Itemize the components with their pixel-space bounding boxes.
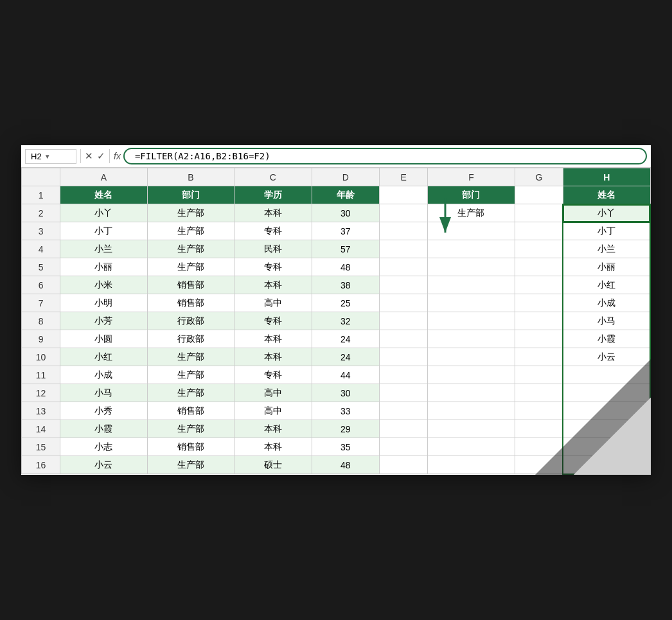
cell-E3[interactable] (379, 222, 427, 240)
cell-B13[interactable]: 销售部 (147, 402, 234, 420)
cell-F16[interactable] (428, 456, 515, 474)
col-header-B[interactable]: B (147, 168, 234, 186)
cell-C7[interactable]: 高中 (234, 294, 312, 312)
cell-C9[interactable]: 本科 (234, 330, 312, 348)
cell-B14[interactable]: 生产部 (147, 420, 234, 438)
cell-A15[interactable]: 小志 (60, 438, 147, 456)
col-header-H[interactable]: H (563, 168, 650, 186)
cell-F6[interactable] (428, 276, 515, 294)
cell-B9[interactable]: 行政部 (147, 330, 234, 348)
cell-C15[interactable]: 本科 (234, 438, 312, 456)
cell-C16[interactable]: 硕士 (234, 456, 312, 474)
cell-F14[interactable] (428, 420, 515, 438)
cell-F13[interactable] (428, 402, 515, 420)
cell-H7[interactable]: 小成 (563, 294, 650, 312)
cell-E4[interactable] (379, 240, 427, 258)
cell-B5[interactable]: 生产部 (147, 258, 234, 276)
cell-D3[interactable]: 37 (312, 222, 379, 240)
cell-G1[interactable] (515, 186, 563, 204)
cell-A10[interactable]: 小红 (60, 348, 147, 366)
cell-B7[interactable]: 销售部 (147, 294, 234, 312)
cell-E15[interactable] (379, 438, 427, 456)
cell-H2[interactable]: 小丫 (563, 204, 650, 222)
cell-G13[interactable] (515, 402, 563, 420)
cell-G3[interactable] (515, 222, 563, 240)
cell-H16[interactable] (563, 456, 650, 474)
cell-H10[interactable]: 小云 (563, 348, 650, 366)
cell-H9[interactable]: 小霞 (563, 330, 650, 348)
cell-F1[interactable]: 部门 (428, 186, 515, 204)
cell-F7[interactable] (428, 294, 515, 312)
cell-F11[interactable] (428, 366, 515, 384)
cell-E16[interactable] (379, 456, 427, 474)
cell-D7[interactable]: 25 (312, 294, 379, 312)
cell-H8[interactable]: 小马 (563, 312, 650, 330)
cell-G15[interactable] (515, 438, 563, 456)
cell-E6[interactable] (379, 276, 427, 294)
cell-H5[interactable]: 小丽 (563, 258, 650, 276)
cell-A4[interactable]: 小兰 (60, 240, 147, 258)
col-header-D[interactable]: D (312, 168, 379, 186)
cell-D14[interactable]: 29 (312, 420, 379, 438)
cell-B16[interactable]: 生产部 (147, 456, 234, 474)
cell-G10[interactable] (515, 348, 563, 366)
cell-F12[interactable] (428, 384, 515, 402)
cell-H1[interactable]: 姓名 (563, 186, 650, 204)
col-header-G[interactable]: G (515, 168, 563, 186)
cancel-icon[interactable]: ✕ (85, 150, 93, 162)
cell-C11[interactable]: 专科 (234, 366, 312, 384)
cell-B3[interactable]: 生产部 (147, 222, 234, 240)
cell-E5[interactable] (379, 258, 427, 276)
cell-A2[interactable]: 小丫 (60, 204, 147, 222)
cell-A1[interactable]: 姓名 (60, 186, 147, 204)
cell-D10[interactable]: 24 (312, 348, 379, 366)
cell-E14[interactable] (379, 420, 427, 438)
cell-B10[interactable]: 生产部 (147, 348, 234, 366)
cell-D15[interactable]: 35 (312, 438, 379, 456)
cell-D13[interactable]: 33 (312, 402, 379, 420)
cell-A9[interactable]: 小圆 (60, 330, 147, 348)
cell-G6[interactable] (515, 276, 563, 294)
cell-A16[interactable]: 小云 (60, 456, 147, 474)
cell-D4[interactable]: 57 (312, 240, 379, 258)
cell-C13[interactable]: 高中 (234, 402, 312, 420)
cell-A7[interactable]: 小明 (60, 294, 147, 312)
cell-C12[interactable]: 高中 (234, 384, 312, 402)
col-header-C[interactable]: C (234, 168, 312, 186)
confirm-icon[interactable]: ✓ (97, 150, 105, 162)
cell-E1[interactable] (379, 186, 427, 204)
cell-H3[interactable]: 小丁 (563, 222, 650, 240)
cell-C10[interactable]: 本科 (234, 348, 312, 366)
col-header-F[interactable]: F (428, 168, 515, 186)
cell-C5[interactable]: 专科 (234, 258, 312, 276)
cell-F9[interactable] (428, 330, 515, 348)
cell-G14[interactable] (515, 420, 563, 438)
cell-C4[interactable]: 民科 (234, 240, 312, 258)
cell-F15[interactable] (428, 438, 515, 456)
cell-B1[interactable]: 部门 (147, 186, 234, 204)
cell-G11[interactable] (515, 366, 563, 384)
col-header-A[interactable]: A (60, 168, 147, 186)
cell-A14[interactable]: 小霞 (60, 420, 147, 438)
cell-ref-box[interactable]: H2 ▼ (25, 149, 76, 164)
cell-F8[interactable] (428, 312, 515, 330)
cell-D11[interactable]: 44 (312, 366, 379, 384)
cell-C8[interactable]: 专科 (234, 312, 312, 330)
cell-E9[interactable] (379, 330, 427, 348)
cell-D5[interactable]: 48 (312, 258, 379, 276)
cell-E13[interactable] (379, 402, 427, 420)
cell-F3[interactable] (428, 222, 515, 240)
cell-D6[interactable]: 38 (312, 276, 379, 294)
cell-B12[interactable]: 生产部 (147, 384, 234, 402)
cell-H11[interactable] (563, 366, 650, 384)
cell-E2[interactable] (379, 204, 427, 222)
cell-B6[interactable]: 销售部 (147, 276, 234, 294)
cell-A5[interactable]: 小丽 (60, 258, 147, 276)
cell-E12[interactable] (379, 384, 427, 402)
cell-C3[interactable]: 专科 (234, 222, 312, 240)
cell-A12[interactable]: 小马 (60, 384, 147, 402)
cell-G4[interactable] (515, 240, 563, 258)
cell-G16[interactable] (515, 456, 563, 474)
cell-F2[interactable]: 生产部 (428, 204, 515, 222)
cell-A6[interactable]: 小米 (60, 276, 147, 294)
